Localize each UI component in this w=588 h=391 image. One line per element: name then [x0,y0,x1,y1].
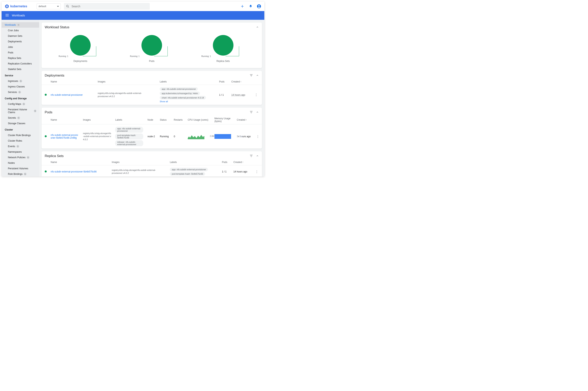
sidebar-item-pods[interactable]: Pods [1,50,39,55]
sidebar-item-nodes[interactable]: Nodes [1,160,39,166]
search-input[interactable] [71,5,148,8]
sidebar-item-stateful-sets[interactable]: Stateful Sets [1,66,39,72]
sidebar-item-config-maps[interactable]: Config MapsN [1,101,39,107]
cpu-sparkline: 2.00m [188,134,204,139]
column-images[interactable]: Images [81,115,113,124]
column-labels[interactable]: Labels [158,79,217,85]
sidebar-section-service[interactable]: Service [1,73,39,78]
sidebar-item-ingress-classes[interactable]: Ingress Classes [1,84,39,89]
sidebar-section-cluster[interactable]: Cluster [1,127,39,132]
chart-label: Replica Sets [217,60,230,63]
sidebar-item-storage-classes[interactable]: Storage Classes [1,121,39,126]
table-row: nfs-subdir-external-provisioner-5b4b575c… [42,165,262,177]
row-menu-button[interactable]: ⋮ [256,135,259,138]
namespace-badge: N [19,80,22,83]
row-menu-button[interactable]: ⋮ [255,170,258,174]
namespace-badge: N [18,91,21,94]
logo[interactable]: kubernetes [5,4,27,8]
sidebar: WorkloadsN Cron Jobs Daemon Sets Deploym… [1,20,39,176]
sidebar-item-label: Cron Jobs [8,29,19,32]
filter-icon [250,154,253,157]
sidebar-item-label: Deployments [8,40,22,43]
sort-ascending-icon: ↑ [240,80,241,83]
search-bar[interactable] [64,3,150,10]
namespace-badge: N [17,116,20,119]
column-name[interactable]: Name [49,159,110,165]
filter-button[interactable] [250,74,253,78]
column-images[interactable]: Images [110,159,168,165]
collapse-button[interactable] [256,111,259,114]
column-pods[interactable]: Pods [220,159,232,165]
column-restarts[interactable]: Restarts [172,115,186,124]
column-labels[interactable]: Labels [168,159,220,165]
column-node[interactable]: Node [146,115,158,124]
menu-button[interactable] [5,13,9,18]
sidebar-item-daemon-sets[interactable]: Daemon Sets [1,33,39,39]
column-pods[interactable]: Pods [217,79,230,85]
created-time: 14 hours ago [232,165,253,177]
filter-button[interactable] [250,154,253,158]
column-name[interactable]: Name [49,115,81,124]
pod-name-link[interactable]: nfs-subdir-external-provisioner-5b4b575c… [51,134,78,139]
chevron-up-icon [256,26,259,28]
image-text: registry.k8s.io/sig-storage/nfs-subdir-e… [83,132,111,141]
column-images[interactable]: Images [96,79,158,85]
create-button[interactable] [240,4,244,8]
column-created[interactable]: Created↑ [235,115,254,124]
sidebar-item-role-bindings[interactable]: Role BindingsN [1,171,39,176]
chevron-up-icon [256,154,259,157]
logo-text: kubernetes [10,4,27,8]
table-header-row: Name Images Labels Pods Created↑ [42,159,262,165]
column-cpu[interactable]: CPU Usage (cores) [186,115,213,124]
card-title: Replica Sets [45,154,64,158]
label-chip: pod-template-hash: 5b4b575c66 [170,172,205,176]
sidebar-item-replication-controllers[interactable]: Replication Controllers [1,61,39,66]
column-created[interactable]: Created↑ [232,159,253,165]
collapse-button[interactable] [256,26,259,29]
filter-icon [250,74,253,77]
row-menu-button[interactable]: ⋮ [255,93,258,97]
sidebar-item-deployments[interactable]: Deployments [1,39,39,44]
kubernetes-logo-icon [5,4,9,8]
replica-set-name-link[interactable]: nfs-subdir-external-provisioner-5b4b575c… [51,170,97,173]
column-memory[interactable]: Memory Usage (bytes) [213,115,235,124]
memory-value: 12.87Mi [231,135,248,138]
namespace-select[interactable]: default [37,3,61,9]
filter-button[interactable] [250,110,253,114]
column-label: Created [234,161,242,164]
sidebar-item-label: Ingresses [8,80,18,83]
sidebar-item-network-policies[interactable]: Network PoliciesN [1,155,39,160]
sidebar-item-cluster-roles[interactable]: Cluster Roles [1,138,39,144]
collapse-button[interactable] [256,74,259,77]
column-name[interactable]: Name [49,79,96,85]
svg-point-8 [66,5,68,7]
show-all-link[interactable]: Show all [160,100,168,103]
column-created[interactable]: Created↑ [229,79,253,85]
column-labels[interactable]: Labels [113,115,145,124]
sidebar-item-replica-sets[interactable]: Replica Sets [1,55,39,61]
sidebar-item-secrets[interactable]: SecretsN [1,115,39,121]
hamburger-icon [5,13,9,17]
sidebar-item-workloads[interactable]: WorkloadsN [1,22,39,28]
card-title: Deployments [45,74,64,78]
chart-label: Pods [149,60,154,63]
sidebar-item-ingresses[interactable]: IngressesN [1,78,39,84]
sidebar-item-persistent-volumes[interactable]: Persistent Volumes [1,166,39,171]
sidebar-item-services[interactable]: ServicesN [1,89,39,95]
column-label: Created [237,118,245,121]
sidebar-item-label: Daemon Sets [8,35,22,37]
sidebar-item-namespaces[interactable]: Namespaces [1,149,39,155]
column-status[interactable]: Status [158,115,172,124]
sidebar-item-pvcs[interactable]: Persistent Volume ClaimsN [1,107,39,115]
card-title: Workload Status [45,25,69,29]
label-chip: app.kubernetes.io/managed-by: Helm [160,92,200,95]
user-button[interactable] [257,4,261,8]
deployment-name-link[interactable]: nfs-subdir-external-provisioner [51,94,83,96]
sidebar-item-jobs[interactable]: Jobs [1,44,39,50]
collapse-button[interactable] [256,154,259,158]
sidebar-section-config-storage[interactable]: Config and Storage [1,96,39,101]
sidebar-item-cluster-role-bindings[interactable]: Cluster Role Bindings [1,132,39,138]
sidebar-item-cron-jobs[interactable]: Cron Jobs [1,28,39,33]
sidebar-item-events[interactable]: EventsN [1,144,39,149]
notifications-button[interactable] [248,4,253,8]
